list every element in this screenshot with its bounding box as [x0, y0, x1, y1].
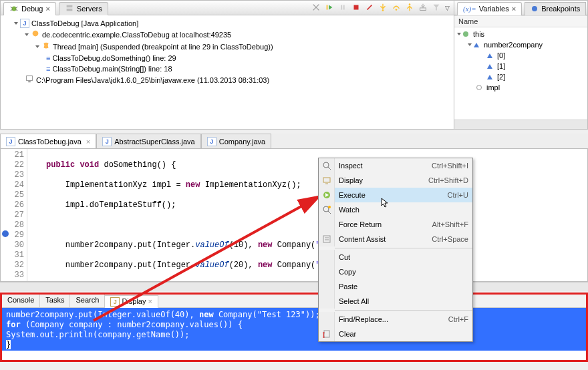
field-icon — [474, 43, 479, 47]
svg-rect-16 — [27, 76, 33, 81]
suspend-icon[interactable] — [338, 3, 347, 13]
tree-frame[interactable]: ≡ClassToDebug.doSomething() line: 29 — [3, 53, 451, 63]
menu-item-display[interactable]: DisplayCtrl+Shift+D — [319, 173, 472, 188]
variable-icon: (x)= — [463, 5, 476, 13]
var-item[interactable]: [0] — [457, 50, 585, 61]
execute-icon — [319, 188, 335, 202]
tab-tasks[interactable]: Tasks — [40, 295, 70, 307]
step-into-icon[interactable] — [378, 3, 388, 13]
svg-rect-17 — [28, 81, 31, 83]
editor-scrollbar[interactable] — [0, 282, 588, 291]
tree-thread[interactable]: Thread [main] (Suspended (breakpoint at … — [3, 41, 451, 53]
menu-item-paste[interactable]: Paste — [319, 279, 472, 294]
resume-icon[interactable] — [325, 3, 334, 13]
code-area[interactable]: public void doSomething() { Implementati… — [27, 149, 587, 281]
menu-item-execute[interactable]: ExecuteCtrl+U — [319, 188, 472, 202]
close-icon[interactable]: × — [84, 138, 90, 146]
var-item[interactable]: [2] — [457, 71, 585, 82]
svg-rect-5 — [66, 5, 72, 8]
menu-label: Paste — [335, 283, 468, 291]
tab-display[interactable]: J Display × — [105, 295, 158, 308]
mouse-cursor-icon — [381, 198, 389, 208]
variables-tree: this number2company [0] [1] [2] impl — [454, 27, 587, 94]
var-array[interactable]: number2company — [457, 39, 585, 50]
tab-search[interactable]: Search — [70, 295, 105, 307]
menu-item-inspect[interactable]: InspectCtrl+Shift+I — [319, 158, 472, 173]
display-icon — [319, 173, 335, 188]
svg-line-3 — [11, 10, 13, 11]
menu-item-clear[interactable]: Clear — [319, 327, 472, 341]
menu-item-cut[interactable]: Cut — [319, 250, 472, 264]
menu-item-find-replace-[interactable]: Find/Replace...Ctrl+F — [319, 312, 472, 327]
drop-to-frame-icon[interactable] — [418, 3, 428, 13]
menu-label: Inspect — [335, 162, 432, 170]
debug-target-icon — [31, 29, 40, 41]
disconnect-icon[interactable] — [365, 3, 374, 13]
stackframe-icon: ≡ — [46, 53, 50, 63]
tree-app[interactable]: JClassToDebug [Java Application] — [3, 18, 451, 29]
menu-item-force-return[interactable]: Force ReturnAlt+Shift+F — [319, 217, 472, 232]
tab-breakpoints[interactable]: Breakpoints — [525, 2, 586, 15]
tree-frame[interactable]: ≡ClassToDebug.main(String[]) line: 18 — [3, 63, 451, 74]
svg-point-26 — [328, 206, 331, 208]
vars-header-name: Name — [454, 15, 587, 27]
tab-console[interactable]: Console — [2, 295, 40, 307]
display-icon: J — [110, 297, 120, 307]
close-icon[interactable]: × — [512, 5, 516, 13]
step-over-icon[interactable] — [392, 3, 401, 13]
horizontal-scrollbar[interactable] — [454, 120, 587, 129]
var-impl[interactable]: impl — [457, 82, 585, 93]
step-filters-icon[interactable] — [432, 3, 441, 13]
svg-rect-8 — [341, 5, 342, 9]
menu-label: Copy — [335, 268, 468, 276]
blank-icon — [319, 294, 335, 309]
menu-item-content-assist[interactable]: Content AssistCtrl+Space — [319, 232, 472, 246]
field-icon — [487, 75, 492, 79]
close-icon[interactable]: × — [45, 5, 49, 13]
code-editor[interactable]: 21222324252627282930313233 public void d… — [0, 148, 588, 282]
breakpoint-marker-icon[interactable] — [2, 230, 9, 237]
menu-item-watch[interactable]: Watch — [319, 202, 472, 217]
svg-point-24 — [323, 206, 329, 212]
display-view-highlighted: Console Tasks Search J Display × number2… — [0, 293, 588, 362]
editor-tab[interactable]: JCompany.java — [201, 134, 272, 148]
menu-shortcut: Ctrl+Shift+D — [428, 176, 468, 184]
menu-label: Select All — [335, 297, 468, 305]
svg-point-18 — [532, 6, 537, 11]
java-file-icon: J — [102, 137, 112, 146]
svg-line-20 — [328, 167, 331, 170]
display-code-area[interactable]: number2company.put(Integer.valueOf(40), … — [2, 308, 586, 351]
svg-rect-14 — [420, 7, 426, 10]
tab-variables[interactable]: (x)=Variables× — [457, 2, 522, 15]
tree-jvm[interactable]: C:\Program Files\Java\jdk1.6.0_25\bin\ja… — [3, 74, 451, 86]
tab-debug[interactable]: Debug × — [3, 2, 56, 15]
menu-item-copy[interactable]: Copy — [319, 264, 472, 279]
terminate-icon[interactable] — [351, 3, 361, 13]
close-icon[interactable]: × — [148, 297, 152, 305]
tab-servers[interactable]: Servers — [59, 2, 108, 15]
menu-label: Execute — [335, 191, 448, 199]
blank-icon — [319, 250, 335, 264]
var-this[interactable]: this — [457, 29, 585, 39]
svg-point-11 — [382, 9, 384, 11]
clear-icon — [319, 327, 335, 341]
svg-point-15 — [33, 31, 39, 37]
remove-terminated-icon[interactable] — [311, 3, 321, 13]
menu-item-select-all[interactable]: Select All — [319, 294, 472, 309]
debug-tree: JClassToDebug [Java Application] de.code… — [1, 15, 454, 129]
view-menu-icon[interactable]: ▽ — [445, 5, 450, 11]
step-return-icon[interactable] — [405, 3, 414, 13]
editor-tab[interactable]: JAbstractSuperClass.java — [96, 134, 200, 148]
bottom-tabset: Console Tasks Search J Display × — [2, 295, 586, 308]
context-menu: InspectCtrl+Shift+IDisplayCtrl+Shift+DEx… — [318, 158, 473, 342]
thread-icon — [41, 41, 51, 53]
vars-tabset: (x)=Variables× Breakpoints — [454, 1, 587, 15]
menu-shortcut: Ctrl+Shift+I — [432, 162, 468, 170]
java-file-icon: J — [6, 137, 15, 146]
tree-process[interactable]: de.codecentric.example.ClassToDebug at l… — [3, 29, 451, 41]
editor-tab-active[interactable]: JClassToDebug.java × — [0, 134, 96, 148]
editor-tabset: JClassToDebug.java × JAbstractSuperClass… — [0, 134, 588, 148]
menu-label: Force Return — [335, 220, 432, 228]
var-item[interactable]: [1] — [457, 61, 585, 71]
svg-rect-27 — [323, 236, 330, 242]
